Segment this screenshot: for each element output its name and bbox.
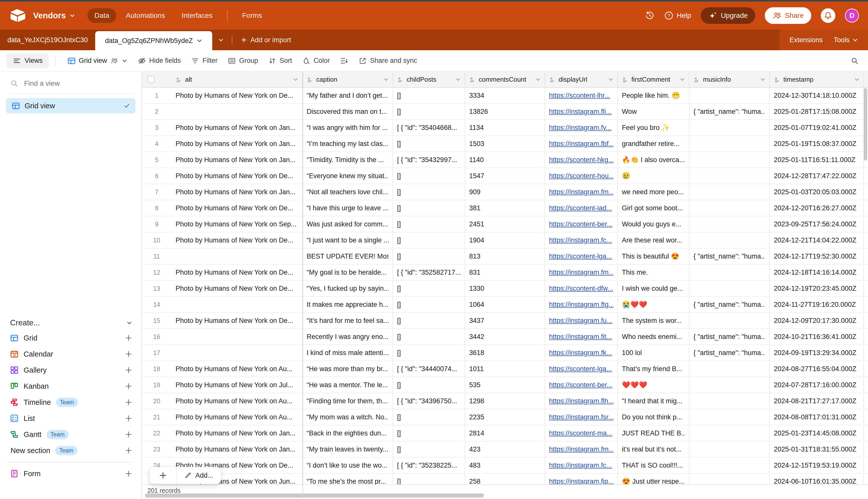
cell-timestamp[interactable]: 2024-11-27T19:16:20.000Z (770, 297, 864, 312)
cell-childPosts[interactable]: [] (393, 441, 465, 457)
cell-timestamp[interactable]: 2024-09-19T13:29:34.000Z (770, 345, 864, 361)
cell-musicInfo[interactable] (690, 168, 770, 184)
cell-alt[interactable]: Photo by Humans of New York on Jul... (172, 377, 303, 393)
sidebar-item-gantt[interactable]: GanttTeam (0, 426, 141, 442)
cell-firstComment[interactable]: Are these real wor... (618, 232, 690, 248)
cell-displayUrl[interactable]: https://scontent-ma... (545, 425, 618, 441)
cell-musicInfo[interactable] (690, 393, 770, 409)
cell-childPosts[interactable]: [] (393, 200, 465, 216)
cell-alt[interactable]: Photo by Humans of New York on De... (172, 88, 303, 103)
cell-alt[interactable] (172, 345, 303, 361)
cell-childPosts[interactable]: [] (393, 232, 465, 248)
url-link[interactable]: https://instagram.flh... (549, 397, 613, 405)
cell-childPosts[interactable]: [] (393, 248, 465, 264)
url-link[interactable]: https://scontent-hou... (549, 172, 613, 180)
url-link[interactable]: https://scontent-hkg... (549, 156, 613, 164)
cell-displayUrl[interactable]: https://instagram.fy... (545, 120, 618, 135)
cell-displayUrl[interactable]: https://scontent-lga... (545, 248, 618, 264)
url-link[interactable]: https://instagram.ftg... (549, 301, 613, 308)
cell-alt[interactable]: Photo by Humans of New York on De... (172, 281, 303, 296)
find-view-search[interactable] (10, 79, 133, 88)
sidebar-item-calendar[interactable]: 31Calendar (0, 346, 141, 362)
url-link[interactable]: https://scontent-iad... (549, 204, 612, 212)
cell-displayUrl[interactable]: https://instagram.fit... (545, 329, 618, 344)
cell-musicInfo[interactable] (690, 88, 770, 103)
cell-caption[interactable]: “My father and I don’t get... (303, 88, 393, 103)
sidebar-item-list[interactable]: List (0, 410, 141, 426)
tab-list-dropdown[interactable] (212, 30, 230, 50)
row-number[interactable]: 6 (142, 168, 172, 184)
workspace-switcher[interactable]: Vendors (33, 11, 75, 20)
sidebar-item-grid[interactable]: Grid (0, 330, 141, 346)
cell-timestamp[interactable]: 2024-12-15T19:53:19.000Z (770, 458, 864, 473)
cell-alt[interactable]: Photo by Humans of New York on Jan... (172, 120, 303, 135)
cell-caption[interactable]: “Timidity. Timidity is the ... (303, 152, 393, 168)
cell-timestamp[interactable]: 2024-07-28T17:16:00.000Z (770, 377, 864, 393)
cell-alt[interactable]: Photo by Humans of New York on Sep... (172, 216, 303, 232)
row-number[interactable]: 3 (142, 120, 172, 135)
cell-alt[interactable] (172, 297, 303, 312)
column-header-childPosts[interactable]: AchildPosts (393, 72, 465, 87)
cell-musicInfo[interactable]: { "artist_name": "huma... (690, 345, 770, 361)
notifications-button[interactable] (821, 8, 835, 23)
url-link[interactable]: https://instagram.fm... (549, 269, 613, 276)
row-number[interactable]: 10 (142, 232, 172, 248)
cell-musicInfo[interactable] (690, 120, 770, 135)
cell-caption[interactable]: “My train leaves in twenty... (303, 441, 393, 457)
url-link[interactable]: https://instagram.fc... (549, 236, 612, 244)
cell-childPosts[interactable]: [ { "id": "35404668... (393, 120, 465, 135)
row-number[interactable]: 7 (142, 184, 172, 200)
cell-commentsCount[interactable]: 3437 (465, 313, 545, 328)
url-link[interactable]: https://instagram.fy... (549, 124, 611, 132)
column-header-alt[interactable]: Aalt (172, 72, 303, 87)
cell-caption[interactable]: Was just asked for comm... (303, 216, 393, 232)
cell-musicInfo[interactable]: { "artist_name": "huma... (690, 297, 770, 312)
cell-childPosts[interactable]: [] (393, 297, 465, 312)
upgrade-button[interactable]: Upgrade (701, 7, 755, 24)
search-icon[interactable] (851, 57, 859, 65)
cell-childPosts[interactable]: [] (393, 377, 465, 393)
cell-caption[interactable]: BEST UPDATE EVER! Mos... (303, 248, 393, 264)
url-link[interactable]: https://scontent-lga... (549, 365, 612, 373)
url-link[interactable]: https://scontent-ber... (549, 381, 612, 389)
cell-firstComment[interactable]: 😢 (618, 168, 690, 184)
table-tab-active[interactable]: data_Og5Zq6ZPNhWb5ydeZ (95, 31, 212, 50)
url-link[interactable]: https://scontent-ma... (549, 429, 612, 437)
url-link[interactable]: https://instagram.fc... (549, 462, 612, 469)
cell-childPosts[interactable]: [] (393, 425, 465, 441)
cell-caption[interactable]: “He was more than my br... (303, 361, 393, 377)
cell-displayUrl[interactable]: https://instagram.fli... (545, 104, 618, 119)
cell-displayUrl[interactable]: https://instagram.ftg... (545, 297, 618, 312)
cell-childPosts[interactable]: [] (393, 345, 465, 361)
cell-timestamp[interactable]: 2024-12-09T20:17:30.000Z (770, 313, 864, 328)
cell-timestamp[interactable]: 2024-12-28T17:47:22.000Z (770, 168, 864, 184)
add-record-button[interactable] (150, 467, 177, 484)
cell-childPosts[interactable]: [ { "id": "352582717... (393, 265, 465, 280)
sidebar-item-kanban[interactable]: Kanban (0, 378, 141, 394)
cell-firstComment[interactable]: I wish we could ge... (618, 281, 690, 296)
cell-musicInfo[interactable]: { "artist_name": "huma... (690, 104, 770, 119)
cell-firstComment[interactable]: Girl got some boot... (618, 200, 690, 216)
cell-displayUrl[interactable]: https://scontent-hkg... (545, 152, 618, 168)
nav-tab-forms[interactable]: Forms (235, 8, 269, 23)
history-icon[interactable] (645, 11, 655, 20)
row-number[interactable]: 15 (142, 313, 172, 328)
cell-commentsCount[interactable]: 1134 (465, 120, 545, 135)
cell-childPosts[interactable]: [ { "id": "34396750... (393, 393, 465, 409)
share-and-sync-button[interactable]: Share and sync (354, 54, 422, 68)
cell-caption[interactable]: “It’s hard for me to feel sa... (303, 313, 393, 328)
extensions-button[interactable]: Extensions (790, 36, 822, 44)
cell-firstComment[interactable]: That’s my friend B... (618, 361, 690, 377)
cell-commentsCount[interactable]: 831 (465, 265, 545, 280)
horizontal-scrollbar[interactable] (145, 494, 484, 498)
cell-musicInfo[interactable] (690, 152, 770, 168)
cell-musicInfo[interactable] (690, 441, 770, 457)
cell-timestamp[interactable]: 2024-10-21T16:36:41.000Z (770, 329, 864, 344)
cell-displayUrl[interactable]: https://instagram.fc... (545, 232, 618, 248)
cell-firstComment[interactable]: The system is wor... (618, 313, 690, 328)
column-header-commentsCount[interactable]: AcommentsCount (465, 72, 545, 87)
cell-musicInfo[interactable] (690, 409, 770, 425)
group-button[interactable]: Group (223, 54, 263, 68)
cell-firstComment[interactable]: This me. (618, 265, 690, 280)
cell-timestamp[interactable]: 2024-12-30T14:18:10.000Z (770, 88, 864, 103)
